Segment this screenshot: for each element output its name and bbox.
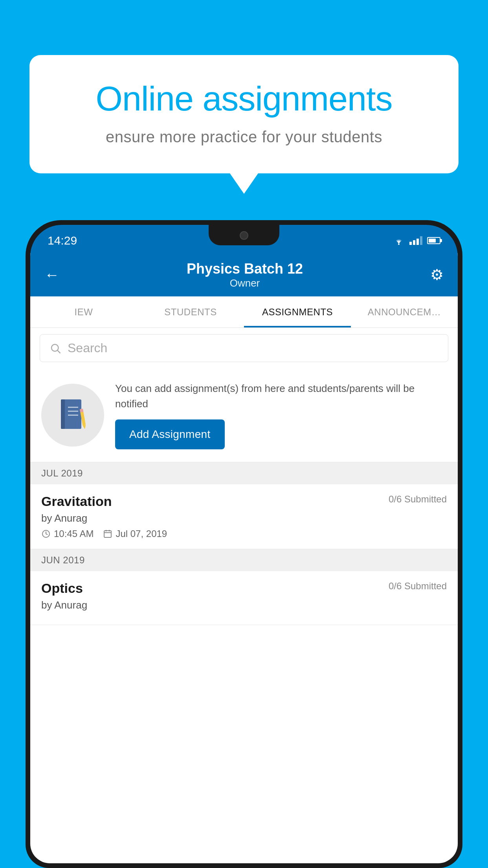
settings-button[interactable]: ⚙ [430, 266, 444, 283]
search-bar: Search [30, 328, 458, 368]
header-subtitle: Owner [187, 277, 303, 289]
assignment-top-optics: Optics 0/6 Submitted [41, 581, 447, 596]
assignment-submitted-gravitation: 0/6 Submitted [389, 494, 447, 505]
signal-icon [409, 236, 422, 245]
speech-bubble: Online assignments ensure more practice … [29, 55, 459, 173]
section-header-jul: JUL 2019 [30, 462, 458, 484]
calendar-icon [103, 529, 112, 539]
promo-content: You can add assignment(s) from here and … [115, 381, 447, 449]
search-placeholder: Search [68, 341, 107, 355]
speech-bubble-subtitle: ensure more practice for your students [57, 128, 431, 146]
assignment-time-value: 10:45 AM [54, 528, 94, 539]
assignment-item-optics[interactable]: Optics 0/6 Submitted by Anurag [30, 571, 458, 625]
assignment-item-gravitation[interactable]: Gravitation 0/6 Submitted by Anurag 10:4… [30, 484, 458, 549]
promo-section: You can add assignment(s) from here and … [30, 368, 458, 462]
assignment-submitted-optics: 0/6 Submitted [389, 581, 447, 592]
camera [240, 231, 248, 240]
assignment-name-optics: Optics [41, 581, 83, 596]
back-button[interactable]: ← [44, 267, 59, 283]
assignment-meta-gravitation: 10:45 AM Jul 07, 2019 [41, 528, 447, 539]
wifi-icon [393, 236, 405, 245]
section-header-jun: JUN 2019 [30, 549, 458, 571]
promo-text: You can add assignment(s) from here and … [115, 381, 447, 412]
assignment-date: Jul 07, 2019 [103, 528, 167, 539]
svg-point-1 [51, 344, 59, 351]
speech-bubble-container: Online assignments ensure more practice … [29, 55, 459, 173]
notebook-icon [57, 397, 88, 433]
tabs-container: IEW STUDENTS ASSIGNMENTS ANNOUNCEM… [30, 296, 458, 328]
assignment-author-optics: by Anurag [41, 599, 447, 611]
search-icon [50, 342, 61, 354]
search-input-container[interactable]: Search [40, 334, 448, 362]
assignment-author-gravitation: by Anurag [41, 512, 447, 524]
header-center: Physics Batch 12 Owner [187, 261, 303, 289]
assignment-date-value: Jul 07, 2019 [116, 528, 167, 539]
tab-students[interactable]: STUDENTS [137, 296, 244, 327]
phone-notch [209, 225, 279, 245]
tab-announcements[interactable]: ANNOUNCEM… [351, 296, 458, 327]
app-header: ← Physics Batch 12 Owner ⚙ [30, 253, 458, 296]
clock-icon [41, 529, 51, 539]
battery-icon [427, 237, 440, 244]
assignment-time: 10:45 AM [41, 528, 94, 539]
status-time: 14:29 [48, 231, 77, 247]
assignment-top: Gravitation 0/6 Submitted [41, 494, 447, 509]
svg-rect-12 [104, 531, 111, 537]
phone-inner: 14:29 [30, 225, 458, 863]
assignment-name-gravitation: Gravitation [41, 494, 112, 509]
status-icons [393, 233, 440, 245]
phone-frame: 14:29 [26, 220, 462, 868]
tab-iew[interactable]: IEW [30, 296, 137, 327]
svg-line-2 [58, 350, 61, 353]
svg-rect-4 [61, 399, 65, 429]
app-content: ← Physics Batch 12 Owner ⚙ IEW STUDENTS … [30, 253, 458, 863]
add-assignment-button[interactable]: Add Assignment [115, 419, 225, 449]
svg-marker-9 [83, 425, 86, 429]
promo-icon-circle [41, 384, 104, 447]
tab-assignments[interactable]: ASSIGNMENTS [244, 296, 351, 327]
svg-rect-10 [80, 409, 83, 412]
svg-point-0 [398, 243, 400, 245]
speech-bubble-title: Online assignments [57, 79, 431, 119]
header-title: Physics Batch 12 [187, 261, 303, 277]
